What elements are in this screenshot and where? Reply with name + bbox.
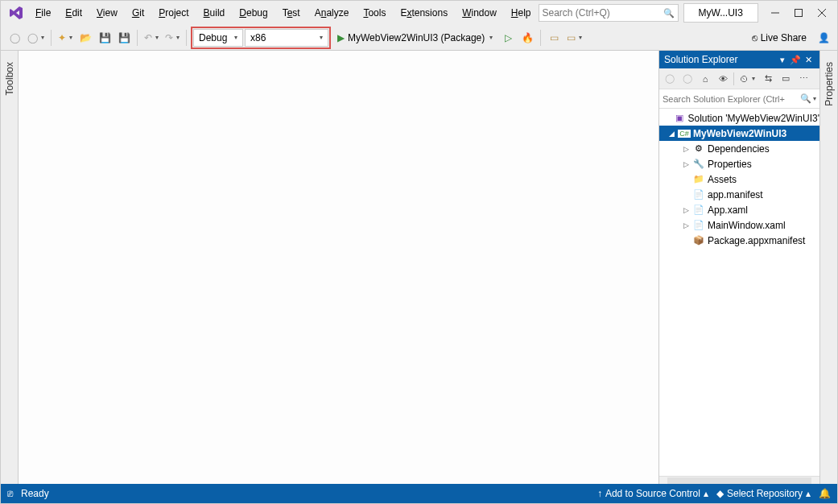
menu-build[interactable]: Build [196,4,233,22]
dependencies-icon: ⚙ [692,143,705,154]
panel-toolbar: ◯ ◯ ⌂ 👁 ⏲▾ ⇆ ▭ ⋯ [659,68,819,89]
live-share-button[interactable]: ⎋ Live Share [745,32,813,43]
quick-search-input[interactable] [543,7,663,19]
manifest-icon: 📄 [692,189,705,200]
tree-node-dependencies[interactable]: ▷ ⚙ Dependencies [659,141,819,156]
tree-node-appxaml[interactable]: ▷ 📄 App.xaml [659,202,819,217]
panel-title-label: Solution Explorer [664,54,737,65]
config-platform-highlight: Debug ▾ x86 ▾ [191,27,331,49]
new-item-button[interactable]: ✦▾ [56,28,75,48]
select-repository-button[interactable]: ◆ Select Repository ▴ [716,488,811,499]
search-icon: 🔍 [800,93,811,104]
panel-titlebar[interactable]: Solution Explorer ▾ 📌 ✕ [659,51,819,68]
menu-window[interactable]: Window [455,4,504,22]
tree-solution-row[interactable]: ▣ Solution 'MyWebView2WinUI3' [659,110,819,126]
maximize-button[interactable] [786,2,810,24]
panel-close-icon[interactable]: ✕ [802,55,815,65]
save-all-button[interactable]: 💾 [115,28,133,48]
tree-node-properties[interactable]: ▷ 🔧 Properties [659,156,819,171]
share-icon: ⎋ [752,32,758,43]
properties-tab[interactable]: Properties [824,57,835,111]
quick-search[interactable]: 🔍 [539,4,679,22]
open-file-button[interactable]: 📂 [76,28,94,48]
save-button[interactable]: 💾 [96,28,114,48]
solution-explorer-panel: Solution Explorer ▾ 📌 ✕ ◯ ◯ ⌂ 👁 ⏲▾ ⇆ ▭ ⋯… [658,51,819,484]
titlebar: File Edit View Git Project Build Debug T… [1,1,837,25]
package-icon: 📦 [692,235,705,246]
solution-config-combo[interactable]: Debug ▾ [193,29,243,47]
panel-pin-icon[interactable]: 📌 [789,55,802,65]
output-icon[interactable]: ⎚ [7,488,13,499]
repo-icon: ◆ [716,488,724,499]
start-debug-button[interactable]: ▶ MyWebView2WinUI3 (Package) ▾ [332,28,497,48]
upload-icon: ↑ [597,488,602,499]
menu-git[interactable]: Git [125,4,151,22]
undo-button[interactable]: ↶▾ [142,28,161,48]
search-icon: 🔍 [663,8,675,19]
solution-config-value: Debug [199,32,227,43]
add-source-control-button[interactable]: ↑ Add to Source Control ▴ [597,488,708,499]
statusbar: ⎚ Ready ↑ Add to Source Control ▴ ◆ Sele… [1,484,837,503]
panel-search-input[interactable] [663,94,800,104]
svg-rect-1 [795,10,802,17]
tree-node-assets[interactable]: 📁 Assets [659,171,819,187]
menu-view[interactable]: View [89,4,125,22]
notifications-icon[interactable]: 🔔 [819,488,831,499]
chevron-down-icon[interactable]: ▾ [813,95,816,102]
panel-sync-button[interactable]: ⇆ [761,71,775,87]
menu-edit[interactable]: Edit [58,4,89,22]
panel-scrollbar[interactable] [659,476,819,484]
panel-back-button[interactable]: ◯ [663,71,677,87]
editor-surface [19,51,658,484]
panel-search[interactable]: 🔍 ▾ [659,89,819,109]
nav-back-button[interactable]: ◯ [6,28,23,48]
panel-showall-button[interactable]: ▭ [778,71,793,87]
xaml-icon: 📄 [692,204,705,215]
wrench-icon: 🔧 [692,159,705,169]
tree-node-mainwindow[interactable]: ▷ 📄 MainWindow.xaml [659,217,819,233]
xaml-icon: 📄 [692,220,705,230]
menu-debug[interactable]: Debug [232,4,275,22]
menu-tools[interactable]: Tools [356,4,393,22]
solution-label: Solution 'MyWebView2WinUI3' [687,113,819,124]
start-target-label: MyWebView2WinUI3 (Package) [348,32,485,43]
panel-menu-icon[interactable]: ▾ [776,55,789,65]
solution-platform-value: x86 [250,32,266,43]
live-share-label: Live Share [761,32,807,43]
nav-forward-button[interactable]: ◯▾ [25,28,47,48]
panel-home-button[interactable]: ⌂ [698,71,712,87]
menu-file[interactable]: File [28,4,58,22]
panel-overflow-button[interactable]: ⋯ [796,71,811,87]
menu-analyze[interactable]: Analyze [308,4,357,22]
tree-project-row[interactable]: ◢ C# MyWebView2WinUI3 [659,126,819,141]
solution-tree[interactable]: ▣ Solution 'MyWebView2WinUI3' ◢ C# MyWeb… [659,109,819,476]
tree-node-appmanifest[interactable]: 📄 app.manifest [659,187,819,202]
right-sidebar: Properties [819,51,837,484]
solution-platform-combo[interactable]: x86 ▾ [245,29,328,47]
vs-logo-icon [9,4,23,22]
menu-test[interactable]: Test [275,4,308,22]
panel-forward-button[interactable]: ◯ [680,71,695,87]
panel-switch-view-button[interactable]: 👁 [716,71,730,87]
account-button[interactable]: 👤 [815,28,832,48]
minimize-button[interactable] [763,2,786,24]
hot-reload-button[interactable]: 🔥 [518,28,536,48]
toolbar: ◯ ◯▾ ✦▾ 📂 💾 💾 ↶▾ ↷▾ Debug ▾ x86 ▾ ▶ MyWe… [1,25,837,51]
toolbar-extra2-button[interactable]: ▭▾ [564,28,584,48]
menu-extensions[interactable]: Extensions [393,4,455,22]
main-area: Toolbox Solution Explorer ▾ 📌 ✕ ◯ ◯ ⌂ 👁 … [1,51,837,484]
menu-project[interactable]: Project [151,4,196,22]
close-button[interactable] [811,2,834,24]
folder-icon: 📁 [692,174,705,184]
menu-help[interactable]: Help [504,4,539,22]
tree-node-package[interactable]: 📦 Package.appxmanifest [659,233,819,248]
toolbar-extra1-button[interactable]: ▭ [545,28,563,48]
start-without-debug-button[interactable]: ▷ [499,28,517,48]
toolbox-tab[interactable]: Toolbox [4,57,15,100]
chevron-up-icon: ▴ [806,488,811,499]
panel-filter-button[interactable]: ⏲▾ [737,71,758,87]
csharp-project-icon: C# [678,130,691,138]
redo-button[interactable]: ↷▾ [163,28,182,48]
active-document-tab[interactable]: MyW...UI3 [683,3,758,23]
play-icon: ▶ [337,32,345,43]
